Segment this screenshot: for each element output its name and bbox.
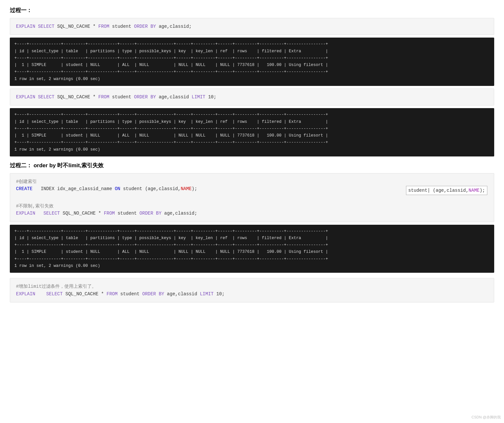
section1: 过程一： EXPLAIN SELECT SQL_NO_CACHE * FROM … [10,7,494,156]
explain-line-2: EXPLAIN SELECT SQL_NO_CACHE * FROM stude… [16,290,488,298]
section1-title: 过程一： [10,7,494,14]
tooltip-box: student| (age,classid,NAME); [406,186,487,195]
terminal-block-3: +----+-------------+---------+----------… [10,225,494,273]
comment-line-3: #增加limit过滤条件，使用上索引了。 [16,283,488,290]
code-block-2: EXPLAIN SELECT SQL_NO_CACHE * FROM stude… [10,89,494,106]
terminal-block-1: +----+-------------+---------+----------… [10,38,494,86]
code-block-4: #增加limit过滤条件，使用上索引了。 EXPLAIN SELECT SQL_… [10,278,494,302]
explain-line-1: EXPLAIN SELECT SQL_NO_CACHE * FROM stude… [16,210,488,217]
section2: 过程二： order by 时不limit,索引失效 #创建索引 CREATE … [10,162,494,273]
comment-line-1: #创建索引 [16,178,488,185]
comment-line-2: #不限制,索引失效 [16,203,488,210]
code-block-3: #创建索引 CREATE INDEX idx_age_classid_name … [10,173,494,222]
section2-title: 过程二： order by 时不limit,索引失效 [10,162,494,169]
code-block-1: EXPLAIN SELECT SQL_NO_CACHE * FROM stude… [10,18,494,35]
section3: #增加limit过滤条件，使用上索引了。 EXPLAIN SELECT SQL_… [10,278,494,302]
terminal-block-2: +----+-------------+---------+----------… [10,108,494,156]
